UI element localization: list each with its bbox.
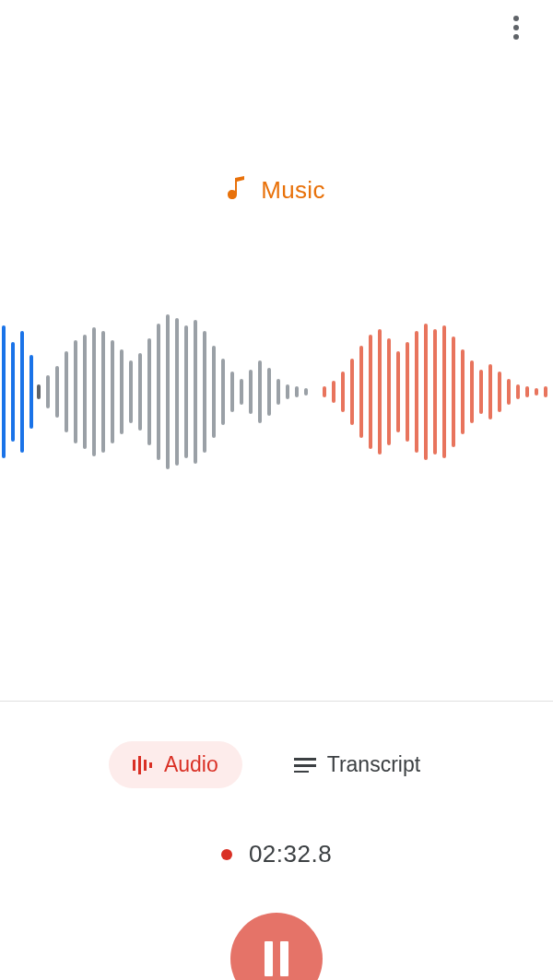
svg-rect-36 [304, 388, 308, 396]
svg-rect-45 [396, 351, 400, 432]
svg-point-0 [513, 16, 519, 21]
svg-rect-7 [37, 384, 41, 399]
svg-rect-57 [507, 379, 511, 405]
recorder-app: Music Audio [0, 0, 553, 980]
svg-rect-30 [249, 370, 253, 414]
svg-rect-69 [265, 941, 273, 976]
tab-transcript-label: Transcript [327, 752, 420, 777]
svg-rect-38 [332, 381, 335, 403]
transcript-lines-icon [294, 758, 316, 773]
svg-rect-5 [20, 331, 24, 453]
more-vert-icon [513, 16, 519, 40]
svg-rect-58 [516, 384, 520, 399]
svg-rect-15 [111, 340, 114, 443]
svg-rect-33 [276, 379, 280, 405]
svg-rect-48 [424, 324, 428, 460]
svg-rect-56 [498, 372, 501, 412]
svg-rect-68 [294, 771, 309, 773]
svg-rect-35 [295, 386, 299, 397]
svg-rect-44 [387, 338, 391, 445]
svg-rect-4 [11, 342, 15, 442]
music-note-icon [228, 175, 246, 205]
svg-rect-67 [294, 764, 316, 767]
overflow-menu-button[interactable] [498, 9, 535, 46]
svg-rect-61 [544, 386, 547, 397]
svg-rect-42 [369, 335, 372, 449]
svg-rect-66 [294, 758, 316, 761]
tab-transcript[interactable]: Transcript [270, 741, 444, 788]
svg-rect-17 [129, 360, 133, 423]
svg-rect-28 [230, 372, 234, 412]
svg-rect-11 [74, 340, 77, 443]
audio-bars-icon [133, 756, 153, 774]
svg-rect-54 [479, 370, 483, 414]
svg-rect-23 [184, 325, 188, 458]
view-tabs: Audio Transcript [109, 741, 444, 788]
svg-rect-55 [488, 364, 492, 419]
svg-rect-34 [286, 384, 289, 399]
svg-rect-8 [46, 375, 50, 408]
svg-rect-31 [258, 360, 262, 423]
svg-point-2 [513, 34, 519, 40]
svg-rect-52 [461, 349, 465, 434]
recording-time-row: 02:32.8 [221, 840, 332, 868]
svg-rect-25 [203, 331, 206, 453]
svg-rect-39 [341, 372, 345, 412]
svg-rect-49 [433, 329, 437, 455]
svg-rect-6 [29, 355, 33, 429]
controls-panel: Audio Transcript 02:32.8 [0, 701, 553, 980]
svg-rect-10 [65, 351, 68, 432]
svg-rect-70 [280, 941, 288, 976]
svg-rect-62 [133, 760, 135, 771]
svg-rect-21 [166, 314, 170, 469]
svg-rect-9 [55, 366, 59, 418]
waveform-display [0, 309, 553, 475]
svg-point-1 [513, 25, 519, 30]
svg-rect-24 [194, 320, 197, 464]
classification-label: Music [261, 176, 324, 205]
pause-button[interactable] [230, 913, 323, 980]
svg-rect-65 [149, 762, 152, 768]
svg-rect-14 [101, 331, 105, 453]
svg-rect-37 [323, 386, 326, 397]
recording-indicator-icon [221, 849, 232, 860]
svg-rect-16 [120, 349, 124, 434]
svg-rect-63 [138, 756, 141, 774]
waveform-svg [0, 309, 553, 475]
svg-rect-43 [378, 329, 382, 455]
svg-rect-64 [144, 760, 147, 771]
recording-time: 02:32.8 [249, 840, 332, 868]
svg-rect-27 [221, 359, 225, 425]
pause-icon [263, 941, 290, 976]
content-area: Music Audio [0, 55, 553, 980]
tab-audio-label: Audio [164, 752, 218, 777]
svg-rect-22 [175, 318, 179, 466]
svg-rect-26 [212, 346, 216, 438]
svg-rect-50 [442, 325, 446, 458]
svg-rect-20 [157, 324, 160, 460]
svg-rect-29 [240, 379, 243, 405]
svg-rect-32 [267, 368, 271, 416]
svg-rect-3 [2, 325, 6, 458]
svg-rect-41 [359, 346, 363, 438]
svg-rect-53 [470, 360, 474, 423]
audio-classification: Music [0, 175, 553, 205]
svg-rect-40 [350, 359, 354, 425]
svg-rect-47 [415, 331, 418, 453]
svg-rect-19 [147, 338, 151, 445]
svg-rect-18 [138, 353, 142, 431]
svg-rect-59 [525, 386, 529, 397]
header [0, 0, 553, 55]
svg-rect-46 [406, 342, 409, 442]
svg-rect-60 [535, 388, 538, 396]
svg-rect-51 [452, 337, 455, 447]
svg-rect-13 [92, 327, 96, 456]
tab-audio[interactable]: Audio [109, 741, 242, 788]
svg-rect-12 [83, 335, 87, 449]
